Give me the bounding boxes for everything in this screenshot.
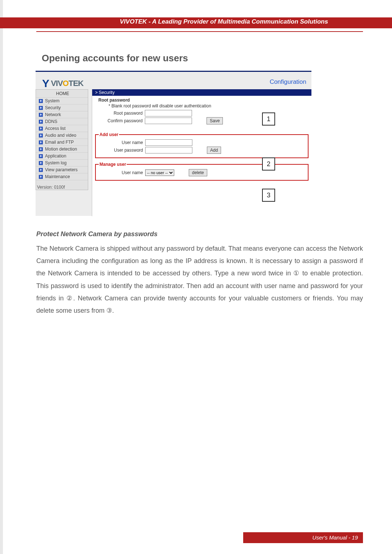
callout-1: 1: [262, 112, 275, 126]
callout-3: 3: [262, 189, 275, 202]
left-rail: [0, 0, 3, 554]
arrow-icon: [39, 134, 43, 138]
nav-item-ddns[interactable]: DDNS: [36, 118, 88, 125]
manage-user-name-label: User name: [99, 170, 145, 175]
confirm-password-input[interactable]: [145, 118, 192, 124]
nav-item-maintenance[interactable]: Maintenance: [36, 173, 88, 180]
confirm-password-label: Confirm password: [98, 118, 145, 123]
arrow-icon: [39, 147, 43, 151]
nav-label: System log: [45, 160, 66, 165]
configuration-link[interactable]: Configuration: [270, 78, 306, 86]
nav-label: Application: [45, 153, 66, 159]
nav-label: Audio and video: [45, 133, 76, 138]
header-tagline: VIVOTEK - A Leading Provider of Multimed…: [120, 18, 328, 25]
add-user-legend: Add user: [99, 132, 119, 137]
root-password-input[interactable]: [145, 110, 192, 116]
nav-label: Security: [45, 105, 61, 110]
nav-label: View parameters: [45, 167, 78, 172]
firmware-version: Version: 0100f: [36, 185, 88, 190]
arrow-icon: [39, 120, 43, 124]
arrow-icon: [39, 168, 43, 172]
root-password-title: Root password: [98, 98, 305, 103]
arrow-icon: [39, 140, 43, 144]
side-nav: HOME System Security Network DDNS Access…: [36, 89, 88, 190]
callout-2: 2: [262, 157, 275, 171]
add-user-name-input[interactable]: [145, 139, 192, 146]
body-paragraph: The Network Camera is shipped without an…: [36, 242, 363, 317]
root-password-label: Root password: [98, 111, 145, 116]
nav-item-viewparams[interactable]: View parameters: [36, 167, 88, 173]
nav-label: Network: [45, 112, 61, 117]
breadcrumb: > Security: [92, 89, 311, 96]
nav-item-motion[interactable]: Motion detection: [36, 146, 88, 153]
arrow-icon: [39, 99, 43, 103]
nav-home[interactable]: HOME: [36, 90, 88, 98]
footer-page-label: User's Manual - 19: [243, 532, 363, 543]
nav-item-accesslist[interactable]: Access list: [36, 125, 88, 132]
nav-label: Motion detection: [45, 147, 77, 152]
arrow-icon: [39, 113, 43, 117]
add-button[interactable]: Add: [207, 147, 221, 154]
root-password-group: Root password * Blank root password will…: [95, 96, 309, 128]
delete-button[interactable]: delete: [189, 169, 207, 176]
nav-item-av[interactable]: Audio and video: [36, 132, 88, 139]
add-user-group: Add user User name User password Add: [95, 132, 309, 158]
nav-label: Access list: [45, 126, 66, 131]
nav-label: DDNS: [45, 119, 57, 124]
header-rule: [36, 31, 363, 32]
nav-label: System: [45, 98, 60, 103]
root-password-warning: * Blank root password will disable user …: [98, 103, 305, 108]
page-title: Opening accounts for new users: [42, 53, 188, 64]
arrow-icon: [39, 154, 43, 158]
nav-item-network[interactable]: Network: [36, 111, 88, 118]
manage-user-select[interactable]: -- no user --: [145, 169, 174, 176]
nav-item-syslog[interactable]: System log: [36, 160, 88, 167]
arrow-icon: [39, 175, 43, 179]
arrow-icon: [39, 127, 43, 131]
nav-item-security[interactable]: Security: [36, 104, 88, 111]
nav-item-system[interactable]: System: [36, 98, 88, 104]
manage-user-group: Manage user User name -- no user -- dele…: [95, 162, 309, 181]
arrow-icon: [39, 161, 43, 165]
manage-user-legend: Manage user: [99, 162, 127, 167]
add-user-name-label: User name: [99, 140, 145, 145]
add-user-pw-label: User password: [99, 148, 145, 153]
nav-item-application[interactable]: Application: [36, 153, 88, 160]
arrow-icon: [39, 106, 43, 110]
add-user-pw-input[interactable]: [145, 147, 192, 153]
nav-item-emailftp[interactable]: Email and FTP: [36, 139, 88, 146]
content-pane: > Security Root password * Blank root pa…: [92, 89, 311, 216]
nav-label: Maintenance: [45, 174, 70, 179]
save-button[interactable]: Save: [207, 117, 223, 124]
vivotek-logo: Y VIVOTEK: [42, 76, 83, 89]
section-subheading: Protect Network Camera by passwords: [36, 230, 158, 238]
nav-label: Email and FTP: [45, 140, 74, 145]
